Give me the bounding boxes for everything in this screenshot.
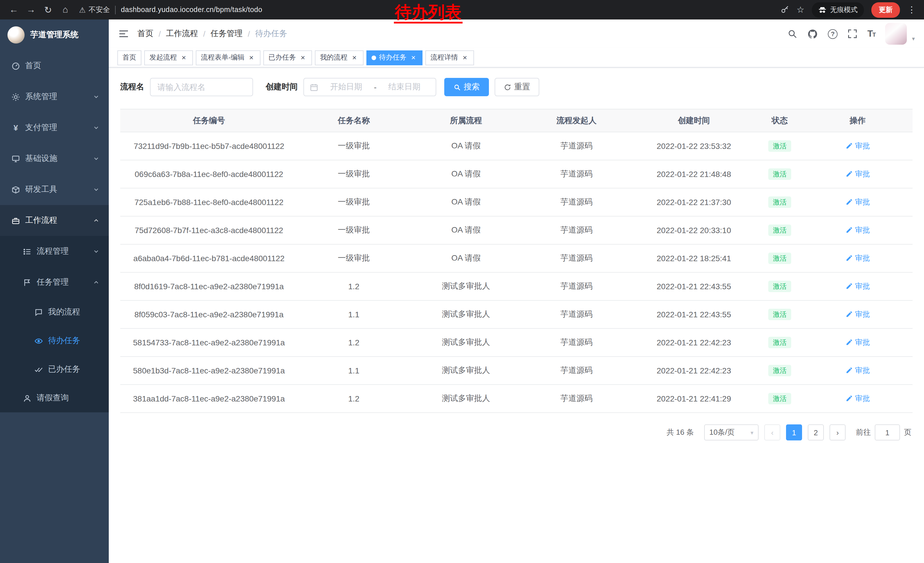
approve-link[interactable]: 审批	[845, 253, 870, 263]
app-logo[interactable]: 芋道管理系统	[0, 20, 109, 50]
sidebar-item-label: 流程管理	[37, 246, 69, 257]
page-button-1[interactable]: 1	[786, 424, 802, 440]
password-key-icon[interactable]	[780, 5, 789, 14]
cell-created-time: 2022-01-21 22:41:29	[631, 384, 757, 413]
sidebar-item-infrastructure[interactable]: 基础设施	[0, 143, 109, 174]
cell-action: 审批	[802, 272, 912, 300]
security-status[interactable]: ⚠ 不安全	[79, 5, 110, 15]
status-badge: 激活	[768, 168, 791, 180]
tab[interactable]: 已办任务 ×	[263, 50, 312, 65]
browser-menu-icon[interactable]: ⋮	[908, 5, 916, 15]
cell-initiator: 芋道源码	[522, 384, 631, 413]
cell-status: 激活	[757, 216, 802, 244]
status-badge: 激活	[768, 393, 791, 404]
close-icon[interactable]: ×	[410, 54, 417, 62]
github-icon[interactable]	[807, 29, 818, 39]
address-divider	[115, 6, 116, 14]
close-icon[interactable]: ×	[180, 54, 188, 62]
sidebar-item-done-tasks[interactable]: 已办任务	[0, 355, 109, 384]
cell-status: 激活	[757, 132, 802, 160]
approve-link[interactable]: 审批	[845, 225, 870, 236]
approve-label: 审批	[855, 365, 870, 376]
date-range-picker[interactable]: 开始日期 - 结束日期	[303, 78, 436, 96]
tab[interactable]: 流程详情 ×	[425, 50, 474, 65]
forward-button[interactable]: →	[23, 2, 39, 18]
process-name-input[interactable]	[150, 78, 253, 96]
breadcrumb-item[interactable]: 工作流程	[166, 29, 198, 39]
update-button[interactable]: 更新	[872, 2, 900, 18]
reset-button-label: 重置	[514, 82, 530, 92]
table-row: 8f0d1619-7ac8-11ec-a9e2-a2380e71991a 1.2…	[120, 272, 912, 300]
bookmark-star-icon[interactable]: ☆	[796, 5, 804, 15]
avatar-caret-icon[interactable]: ▾	[912, 36, 915, 42]
monitor-icon	[12, 155, 20, 163]
tab[interactable]: 我的流程 ×	[315, 50, 363, 65]
approve-link[interactable]: 审批	[845, 365, 870, 376]
avatar[interactable]	[885, 23, 907, 45]
sidebar-item-devtools[interactable]: 研发工具	[0, 174, 109, 205]
help-icon[interactable]: ?	[828, 29, 837, 39]
approve-link[interactable]: 审批	[845, 141, 870, 151]
cell-initiator: 芋道源码	[522, 188, 631, 216]
tab[interactable]: 发起流程 ×	[144, 50, 193, 65]
prev-page-button[interactable]: ‹	[764, 424, 780, 440]
page-button-2[interactable]: 2	[808, 424, 824, 440]
close-icon[interactable]: ×	[461, 54, 469, 62]
sidebar-item-workflow[interactable]: 工作流程	[0, 205, 109, 236]
breadcrumb-item[interactable]: 首页	[137, 29, 153, 39]
start-date-placeholder: 开始日期	[321, 82, 372, 92]
back-button[interactable]: ←	[6, 2, 22, 18]
cell-task-id: 580e1b3d-7ac8-11ec-a9e2-a2380e71991a	[120, 357, 298, 384]
cell-action: 审批	[802, 244, 912, 272]
sidebar-item-home[interactable]: 首页	[0, 50, 109, 81]
tab[interactable]: 待办任务 ×	[366, 50, 423, 65]
address-bar[interactable]: ⚠ 不安全 dashboard.yudao.iocoder.cn/bpm/tas…	[79, 5, 262, 15]
close-icon[interactable]: ×	[248, 54, 255, 62]
sidebar-item-payment[interactable]: ¥ 支付管理	[0, 112, 109, 143]
approve-link[interactable]: 审批	[845, 393, 870, 404]
approve-link[interactable]: 审批	[845, 169, 870, 179]
sidebar-item-label: 研发工具	[25, 185, 57, 195]
home-button[interactable]: ⌂	[57, 2, 73, 18]
tab-label: 我的流程	[320, 53, 348, 62]
tab[interactable]: 流程表单-编辑 ×	[196, 50, 261, 65]
cell-action: 审批	[802, 384, 912, 413]
breadcrumb-item[interactable]: 任务管理	[211, 29, 243, 39]
reload-button[interactable]: ↻	[40, 2, 56, 18]
collapse-sidebar-button[interactable]	[118, 28, 129, 39]
approve-link[interactable]: 审批	[845, 309, 870, 320]
page-size-select[interactable]: 10条/页 ▾	[704, 424, 759, 440]
sidebar-item-leave-query[interactable]: 请假查询	[0, 384, 109, 412]
cell-process: OA 请假	[410, 216, 522, 244]
tab[interactable]: 首页	[117, 50, 141, 65]
close-icon[interactable]: ×	[299, 54, 307, 62]
table-row: 069c6a63-7b8a-11ec-8ef0-acde48001122 一级审…	[120, 160, 912, 188]
close-icon[interactable]: ×	[350, 54, 358, 62]
approve-label: 审批	[855, 141, 870, 151]
main-area: 首页/工作流程/任务管理/待办任务 ? TT ▾ 首页 发起流程 × 流程表单-…	[109, 20, 924, 563]
sidebar-item-system[interactable]: 系统管理	[0, 81, 109, 112]
search-icon[interactable]	[787, 29, 798, 39]
flag-icon	[23, 278, 32, 287]
fullscreen-icon[interactable]	[847, 29, 858, 39]
goto-page-input[interactable]	[875, 424, 900, 440]
sidebar-item-process-management[interactable]: 流程管理	[0, 236, 109, 267]
goto-label: 前往	[856, 427, 871, 438]
eye-icon	[34, 336, 43, 345]
approve-link[interactable]: 审批	[845, 197, 870, 207]
warning-icon: ⚠	[79, 6, 86, 14]
sidebar-item-todo-tasks[interactable]: 待办任务	[0, 326, 109, 355]
font-size-icon[interactable]: TT	[867, 29, 875, 39]
approve-link[interactable]: 审批	[845, 337, 870, 348]
reset-button[interactable]: 重置	[495, 78, 539, 96]
sidebar-item-label: 工作流程	[25, 215, 57, 226]
sidebar-item-my-process[interactable]: 我的流程	[0, 298, 109, 326]
next-page-button[interactable]: ›	[830, 424, 846, 440]
sidebar-item-label: 待办任务	[48, 336, 80, 346]
cell-status: 激活	[757, 244, 802, 272]
search-button[interactable]: 搜索	[444, 78, 489, 96]
sidebar-item-task-management[interactable]: 任务管理	[0, 267, 109, 298]
approve-link[interactable]: 审批	[845, 281, 870, 291]
column-header: 流程发起人	[522, 109, 631, 132]
briefcase-icon	[12, 216, 20, 225]
